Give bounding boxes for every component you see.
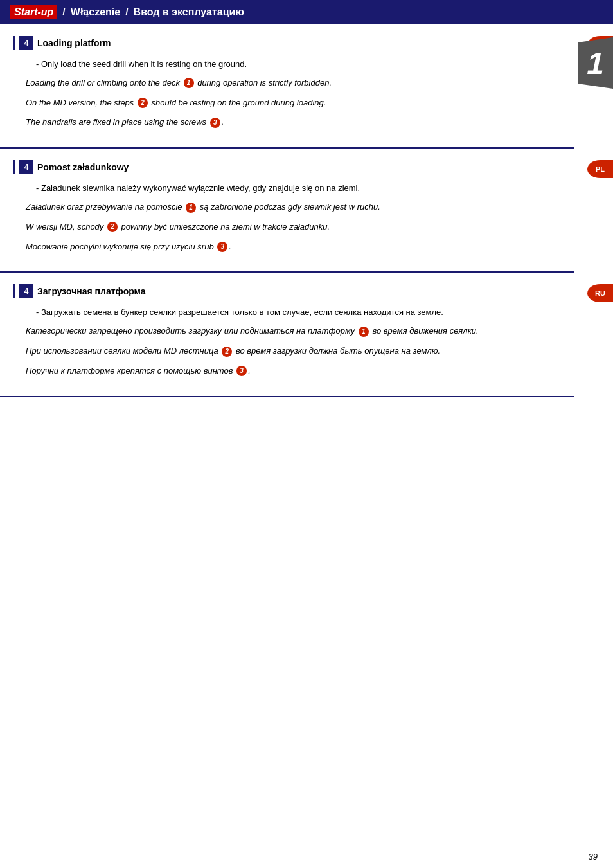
paragraph-ru-0: Категорически запрещено производить загр…: [26, 325, 562, 338]
inline-badge-pl-2: 3: [217, 242, 227, 252]
header-sep2: /: [125, 6, 128, 18]
section-body-gb: - Only load the seed drill when it is re…: [13, 58, 562, 129]
inline-badge-pl-0: 1: [186, 203, 196, 213]
paragraph-ru-2: Поручни к платформе крепятся с помощью в…: [26, 365, 562, 378]
section-num-badge-pl: 4: [19, 160, 33, 174]
lang-badge-pl: PL: [587, 160, 613, 178]
header-title1: Włączenie: [71, 6, 120, 18]
header-title2: Ввод в эксплуатацию: [134, 6, 244, 18]
section-header-pl: 4Pomost załadunkowy: [13, 160, 562, 174]
paragraph-pl-1: W wersji MD, schody 2 powinny być umiesz…: [26, 221, 562, 234]
bullet-item: - Załadunek siewnika należy wykonywać wy…: [26, 182, 562, 195]
sections-container: GB14Loading platform- Only load the seed…: [0, 24, 613, 397]
section-num-badge-gb: 4: [19, 36, 33, 50]
paragraph-pl-0: Załadunek oraz przebywanie na pomoście 1…: [26, 201, 562, 214]
paragraph-gb-0: Loading the drill or climbing onto the d…: [26, 77, 562, 90]
section-header-gb: 4Loading platform: [13, 36, 562, 50]
paragraph-gb-2: The handrails are fixed in place using t…: [26, 116, 562, 129]
inline-badge-gb-0: 1: [184, 78, 194, 88]
section-pl: PL4Pomost załadunkowy- Załadunek siewnik…: [0, 149, 613, 273]
bullet-item: - Загружать семена в бункер сеялки разре…: [26, 306, 562, 320]
chapter-number: 1: [578, 37, 613, 89]
section-title-gb: Loading platform: [37, 38, 111, 48]
section-body-ru: - Загружать семена в бункер сеялки разре…: [13, 306, 562, 377]
header-sep1: /: [62, 6, 65, 18]
header-bar: Start-up / Włączenie / Ввод в эксплуатац…: [0, 0, 613, 24]
section-gb: GB14Loading platform- Only load the seed…: [0, 24, 613, 149]
inline-badge-ru-0: 1: [359, 327, 369, 337]
inline-badge-ru-2: 3: [236, 366, 247, 376]
bullet-item: - Only load the seed drill when it is re…: [26, 58, 562, 71]
section-ru: RU4Загрузочная платформа- Загружать семе…: [0, 273, 613, 397]
inline-badge-gb-1: 2: [138, 98, 148, 108]
inline-badge-ru-1: 2: [222, 347, 232, 357]
paragraph-ru-1: При использовании сеялки модели MD лестн…: [26, 345, 562, 358]
section-header-ru: 4Загрузочная платформа: [13, 284, 562, 298]
inline-badge-pl-1: 2: [107, 222, 118, 232]
section-title-pl: Pomost załadunkowy: [37, 162, 129, 172]
lang-badge-ru: RU: [587, 284, 613, 302]
section-body-pl: - Załadunek siewnika należy wykonywać wy…: [13, 182, 562, 253]
inline-badge-gb-2: 3: [210, 118, 220, 128]
header-start-label: Start-up: [10, 5, 57, 19]
paragraph-gb-1: On the MD version, the steps 2 should be…: [26, 96, 562, 110]
section-num-badge-ru: 4: [19, 284, 33, 298]
paragraph-pl-2: Mocowanie pochylni wykonuje się przy uży…: [26, 240, 562, 254]
page-number: 39: [589, 852, 598, 862]
section-title-ru: Загрузочная платформа: [37, 286, 146, 296]
